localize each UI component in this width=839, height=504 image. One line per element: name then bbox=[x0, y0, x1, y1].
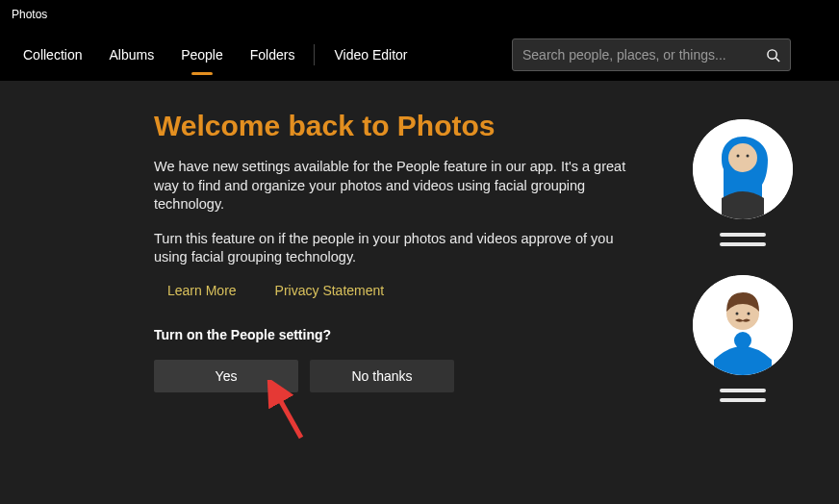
svg-point-4 bbox=[737, 155, 740, 158]
app-title: Photos bbox=[12, 8, 47, 21]
person-card bbox=[693, 119, 793, 246]
placeholder-lines bbox=[720, 389, 766, 402]
no-thanks-button[interactable]: No thanks bbox=[310, 360, 454, 392]
avatar bbox=[693, 119, 793, 219]
content: Welcome back to Photos We have new setti… bbox=[0, 81, 839, 402]
tab-albums[interactable]: Albums bbox=[95, 29, 167, 81]
svg-point-10 bbox=[748, 313, 750, 315]
svg-point-0 bbox=[768, 49, 776, 58]
svg-point-9 bbox=[736, 313, 739, 315]
yes-button[interactable]: Yes bbox=[154, 360, 298, 392]
navbar: Collection Albums People Folders Video E… bbox=[0, 29, 839, 81]
privacy-statement-link[interactable]: Privacy Statement bbox=[275, 283, 385, 298]
svg-point-3 bbox=[728, 143, 757, 172]
page-title: Welcome back to Photos bbox=[154, 110, 645, 142]
search-input[interactable] bbox=[522, 47, 766, 63]
people-cards bbox=[693, 110, 793, 402]
main-panel: Welcome back to Photos We have new setti… bbox=[154, 110, 645, 402]
person-icon bbox=[693, 275, 793, 375]
avatar bbox=[693, 275, 793, 375]
button-row: Yes No thanks bbox=[154, 360, 645, 392]
tab-video-editor[interactable]: Video Editor bbox=[320, 29, 420, 81]
intro-paragraph-2: Turn this feature on if the people in yo… bbox=[154, 230, 645, 267]
svg-point-7 bbox=[734, 332, 751, 349]
search-icon bbox=[766, 48, 780, 63]
titlebar: Photos bbox=[0, 0, 839, 29]
tab-collection[interactable]: Collection bbox=[10, 29, 95, 81]
svg-point-5 bbox=[747, 155, 750, 158]
links-row: Learn More Privacy Statement bbox=[154, 283, 645, 298]
nav-divider bbox=[314, 44, 315, 65]
person-icon bbox=[693, 119, 793, 219]
question-label: Turn on the People setting? bbox=[154, 327, 645, 342]
person-card bbox=[693, 275, 793, 402]
learn-more-link[interactable]: Learn More bbox=[167, 283, 237, 298]
tab-folders[interactable]: Folders bbox=[237, 29, 309, 81]
svg-line-1 bbox=[775, 58, 779, 62]
search-box[interactable] bbox=[512, 38, 791, 71]
placeholder-lines bbox=[720, 233, 766, 246]
intro-paragraph-1: We have new settings available for the P… bbox=[154, 158, 645, 214]
tab-people[interactable]: People bbox=[167, 29, 237, 81]
